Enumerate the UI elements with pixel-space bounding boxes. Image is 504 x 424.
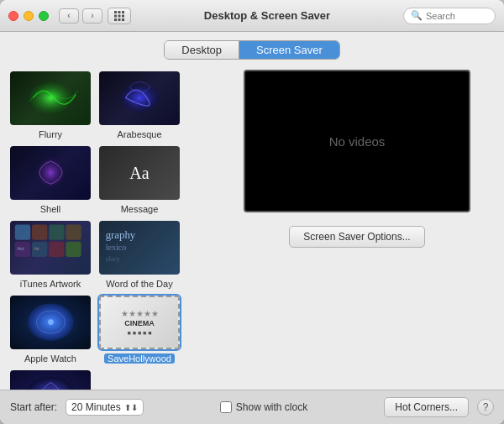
start-after-select[interactable]: 20 Minutes ⬆⬇: [66, 399, 144, 416]
saver-item-message[interactable]: Aa Message: [97, 144, 181, 214]
saver-item-itunes[interactable]: Act Art iTunes Artwork: [8, 219, 92, 289]
saver-label-arabesque: Arabesque: [117, 129, 161, 139]
start-after-chevron-icon: ⬆⬇: [124, 403, 138, 412]
svg-rect-14: [66, 225, 81, 240]
svg-rect-1: [118, 11, 121, 13]
saver-thumbnail-arabesque: [97, 70, 181, 127]
tab-group: Desktop Screen Saver: [164, 40, 339, 60]
main-content: Flurry: [0, 66, 504, 390]
show-clock-checkbox[interactable]: [220, 401, 232, 413]
window-title: Desktop & Screen Saver: [131, 9, 403, 22]
preview-screen: No videos: [244, 70, 470, 212]
saver-thumbnail-flurry: [8, 70, 92, 127]
svg-rect-13: [49, 225, 64, 240]
grid-view-button[interactable]: [108, 8, 131, 24]
saver-list: Flurry: [8, 66, 210, 390]
savehollywood-sublabel: ■ ■ ■ ■ ■: [128, 330, 152, 336]
svg-rect-8: [122, 18, 124, 21]
svg-point-9: [29, 82, 71, 114]
show-clock-label: Show with clock: [236, 401, 307, 413]
svg-text:lexico: lexico: [106, 243, 127, 252]
saver-label-applewatch: Apple Watch: [24, 353, 76, 364]
nav-buttons: ‹ ›: [59, 8, 102, 24]
saver-thumbnail-shell: [8, 144, 92, 202]
svg-rect-11: [15, 225, 30, 240]
forward-button[interactable]: ›: [82, 8, 102, 24]
saver-item-shell[interactable]: Shell: [8, 144, 92, 214]
svg-rect-18: [66, 242, 81, 257]
tab-desktop[interactable]: Desktop: [165, 41, 239, 59]
help-button[interactable]: ?: [477, 399, 494, 416]
saver-thumbnail-applewatch: [8, 294, 92, 351]
grid-icon: [113, 10, 125, 22]
saver-label-itunes: iTunes Artwork: [20, 279, 81, 289]
search-box[interactable]: 🔍: [403, 8, 496, 24]
titlebar: ‹ › Desktop & Screen Saver 🔍: [0, 0, 504, 32]
start-after-value: 20 Minutes: [71, 401, 121, 413]
svg-rect-5: [122, 14, 124, 17]
svg-rect-6: [114, 18, 117, 21]
svg-text:Art: Art: [34, 247, 40, 251]
hot-corners-button[interactable]: Hot Corners...: [384, 397, 469, 417]
screen-saver-options-button[interactable]: Screen Saver Options...: [289, 226, 424, 248]
saver-item-random[interactable]: Random: [8, 369, 92, 390]
saver-item-savehollywood[interactable]: ★★★★★ CINEMA ■ ■ ■ ■ ■ SaveHollywood: [97, 294, 181, 364]
preview-panel: No videos Screen Saver Options...: [218, 66, 496, 390]
svg-rect-0: [114, 11, 117, 13]
svg-rect-3: [114, 14, 117, 17]
saver-thumbnail-random: [8, 369, 92, 390]
svg-rect-17: [49, 242, 64, 257]
tabs-row: Desktop Screen Saver: [0, 32, 504, 66]
saver-item-flurry[interactable]: Flurry: [8, 70, 92, 139]
cinema-stars: ★★★★★: [121, 309, 159, 318]
back-button[interactable]: ‹: [59, 8, 79, 24]
saver-thumbnail-itunes: Act Art: [8, 219, 92, 276]
svg-text:ulary: ulary: [106, 256, 121, 264]
saver-thumbnail-message: Aa: [97, 144, 181, 202]
svg-point-26: [48, 320, 54, 326]
svg-rect-4: [118, 14, 121, 17]
start-after-label: Start after:: [10, 401, 57, 413]
saver-label-flurry: Flurry: [39, 129, 62, 139]
saver-label-savehollywood: SaveHollywood: [104, 353, 175, 364]
search-input[interactable]: [426, 11, 493, 21]
search-icon: 🔍: [411, 10, 423, 21]
svg-rect-12: [32, 225, 47, 240]
traffic-lights: [8, 11, 49, 21]
saver-item-word[interactable]: graphy lexico ulary Word of the Day: [97, 219, 181, 289]
minimize-button[interactable]: [24, 11, 34, 21]
saver-thumbnail-savehollywood: ★★★★★ CINEMA ■ ■ ■ ■ ■: [97, 294, 181, 351]
saver-grid: Flurry: [8, 66, 210, 390]
savehollywood-text: CINEMA: [124, 318, 155, 329]
svg-rect-7: [118, 18, 121, 21]
bottom-bar: Start after: 20 Minutes ⬆⬇ Show with clo…: [0, 390, 504, 424]
svg-rect-2: [122, 11, 124, 13]
svg-text:Act: Act: [18, 246, 24, 251]
svg-text:graphy: graphy: [106, 229, 136, 241]
show-clock-area: Show with clock: [152, 401, 376, 413]
message-aa-text: Aa: [129, 164, 149, 183]
no-videos-label: No videos: [329, 134, 386, 149]
saver-item-applewatch[interactable]: Apple Watch: [8, 294, 92, 364]
saver-label-message: Message: [121, 204, 159, 214]
close-button[interactable]: [8, 11, 18, 21]
maximize-button[interactable]: [39, 11, 49, 21]
main-window: ‹ › Desktop & Screen Saver 🔍 Deskto: [0, 0, 504, 424]
saver-item-arabesque[interactable]: Arabesque: [97, 70, 181, 139]
saver-label-shell: Shell: [40, 204, 60, 214]
tab-screensaver[interactable]: Screen Saver: [239, 41, 339, 59]
saver-label-word: Word of the Day: [106, 279, 172, 289]
saver-thumbnail-word: graphy lexico ulary: [97, 219, 181, 276]
